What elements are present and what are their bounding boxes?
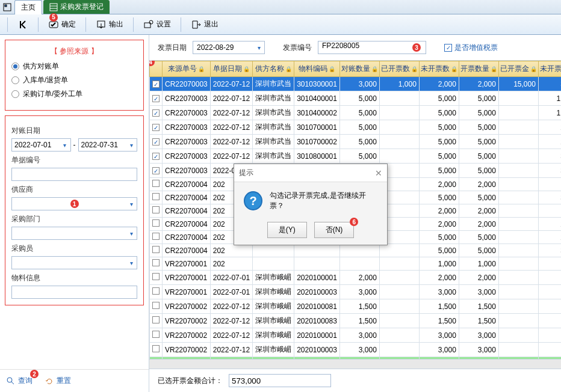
col-header[interactable]: 单据日期🔒 — [210, 61, 252, 77]
row-checkbox[interactable] — [152, 345, 160, 352]
row-checkbox[interactable]: ✓ — [152, 167, 160, 174]
cell — [498, 204, 538, 218]
cell: 3,000 — [339, 328, 379, 343]
nav-first-button[interactable] — [13, 17, 33, 32]
col-header[interactable]: 未开票数🔒 — [419, 61, 459, 77]
no-button[interactable]: 否(N) 6 — [314, 222, 355, 238]
badge-2: 2 — [30, 370, 39, 378]
row-checkbox[interactable] — [152, 206, 160, 213]
settings-button[interactable]: 设置 — [138, 17, 176, 32]
yes-button[interactable]: 是(Y) — [267, 222, 307, 238]
dept-input[interactable]: ▾ — [11, 227, 137, 240]
cell: 2022-07-12 — [210, 135, 252, 149]
buyer-input[interactable]: ▾ — [11, 256, 137, 269]
tab-invoice-reg[interactable]: 采购发票登记 — [43, 0, 110, 14]
row-checkbox[interactable] — [152, 273, 160, 280]
supplier-input[interactable]: 1 ▾ — [11, 197, 137, 210]
radio-supplier-stmt[interactable]: 供方对账单 — [11, 61, 137, 72]
selected-total-input[interactable] — [229, 374, 331, 387]
reset-button[interactable]: 重置 — [45, 376, 71, 386]
table-row[interactable]: VR220700022022-07-12深圳市峨嵋20201000013,000… — [150, 328, 562, 343]
cell — [498, 257, 538, 271]
cell: 5,000 — [459, 91, 498, 106]
table-row[interactable]: VR220700022022-07-12深圳市峨嵋20201000811,500… — [150, 299, 562, 314]
row-checkbox[interactable] — [152, 331, 160, 338]
col-header[interactable]: 开票数量🔒 — [459, 61, 498, 77]
cell — [253, 257, 294, 271]
date-from-value: 2022-07-01 — [14, 141, 51, 149]
col-header[interactable]: 物料编码🔒 — [294, 61, 340, 77]
cell — [498, 328, 538, 343]
col-header[interactable]: 未开票金额🔒 — [538, 61, 561, 77]
cell — [498, 244, 538, 257]
row-checkbox[interactable]: ✓ — [152, 95, 160, 102]
col-header[interactable]: 已开票金🔒 — [498, 61, 538, 77]
table-row[interactable]: ✓CR220700032022-07-12深圳市武当30103000013,00… — [150, 77, 562, 91]
settings-label: 设置 — [157, 19, 171, 29]
table-row[interactable]: ✓CR220700032022-07-12深圳市武当30107000025,00… — [150, 135, 562, 149]
row-checkbox[interactable] — [152, 233, 160, 240]
col-header[interactable]: 对账数量🔒 — [339, 61, 379, 77]
cell: 5,000 — [459, 164, 498, 178]
cell: 深圳市武当 — [253, 91, 294, 106]
cell: 30,000 — [538, 244, 561, 257]
query-button[interactable]: 查询 2 — [6, 376, 33, 386]
table-row[interactable]: CR220700042025,0005,00030,00030,000 — [150, 244, 562, 257]
cell: CR22070004 — [163, 244, 211, 257]
table-row[interactable]: ✓CR220700032022-07-12深圳市武当30108000015,00… — [150, 149, 562, 164]
tab-home-label: 主页 — [21, 2, 36, 13]
radio-inbound-return[interactable]: 入库单/退货单 — [11, 75, 137, 85]
table-row[interactable]: VR220700022022-07-12深圳市峨嵋20201000033,000… — [150, 343, 562, 357]
row-checkbox[interactable] — [152, 302, 160, 309]
date-sep: - — [73, 141, 76, 149]
close-icon[interactable]: ✕ — [375, 168, 382, 178]
invdate-input[interactable]: 2022-08-29▾ — [193, 41, 265, 54]
cell: 5,000 — [459, 120, 498, 135]
tab-home[interactable]: 主页 — [14, 0, 42, 14]
table-row[interactable]: ✓CR220700032022-07-12深圳市武当30107000015,00… — [150, 120, 562, 135]
material-input[interactable] — [11, 286, 137, 299]
row-checkbox[interactable]: ✓ — [152, 153, 160, 160]
cell: 12,000 — [538, 343, 561, 357]
row-checkbox[interactable] — [152, 246, 160, 253]
row-checkbox[interactable] — [152, 193, 160, 200]
vat-checkbox[interactable]: ✓ 是否增值税票 — [444, 43, 498, 53]
row-checkbox[interactable]: ✓ — [152, 81, 160, 88]
col-header[interactable]: 来源单号🔒 — [163, 61, 211, 77]
cell: 5,000 — [339, 149, 379, 164]
billno-input[interactable] — [11, 168, 137, 181]
col-check[interactable]: 4 — [150, 61, 163, 77]
confirm-button[interactable]: 确定 5 — [43, 17, 81, 32]
horizontal-scrollbar[interactable] — [149, 359, 561, 369]
row-checkbox[interactable] — [152, 219, 160, 227]
invno-input[interactable]: FP2208005 3 — [318, 41, 426, 54]
table-row[interactable]: VR220700012022-07-01深圳市峨嵋20201000012,000… — [150, 271, 562, 285]
row-checkbox[interactable] — [152, 287, 160, 295]
date-to-input[interactable]: 2022-07-31▾ — [78, 138, 138, 152]
radio-po-outsource[interactable]: 采购订单/委外工单 — [11, 89, 137, 99]
cell: 12,000 — [538, 328, 561, 343]
row-checkbox[interactable] — [152, 180, 160, 187]
table-row[interactable]: VR220700022022-07-12深圳市峨嵋20201000831,500… — [150, 314, 562, 328]
cell: 深圳市武当 — [253, 106, 294, 120]
cell: 深圳市武当 — [253, 120, 294, 135]
table-row[interactable]: VR220700012021,0001,0006,0006,000 — [150, 257, 562, 271]
row-checkbox[interactable] — [152, 259, 160, 266]
row-checkbox[interactable]: ✓ — [152, 109, 160, 117]
date-from-input[interactable]: 2022-07-01▾ — [11, 138, 71, 152]
table-row[interactable]: VR220700012022-07-01深圳市峨嵋20201000033,000… — [150, 285, 562, 299]
selected-total-label: 已选开票金额合计： — [158, 376, 223, 386]
cell — [379, 343, 419, 357]
cell: 2022-07-12 — [210, 91, 252, 106]
cell: 2,000 — [459, 218, 498, 231]
row-checkbox[interactable]: ✓ — [152, 138, 160, 145]
col-header[interactable]: 供方名称🔒 — [253, 61, 294, 77]
col-header[interactable]: 已开票数🔒 — [379, 61, 419, 77]
table-row[interactable]: ✓CR220700032022-07-12深圳市武当30104000025,00… — [150, 106, 562, 120]
export-button[interactable]: 输出 — [91, 17, 128, 32]
exit-button[interactable]: 退出 — [186, 17, 223, 32]
row-checkbox[interactable] — [152, 316, 160, 323]
row-checkbox[interactable]: ✓ — [152, 124, 160, 131]
table-row[interactable]: ✓CR220700032022-07-12深圳市武当30104000015,00… — [150, 91, 562, 106]
cell: 深圳市武当 — [253, 149, 294, 164]
